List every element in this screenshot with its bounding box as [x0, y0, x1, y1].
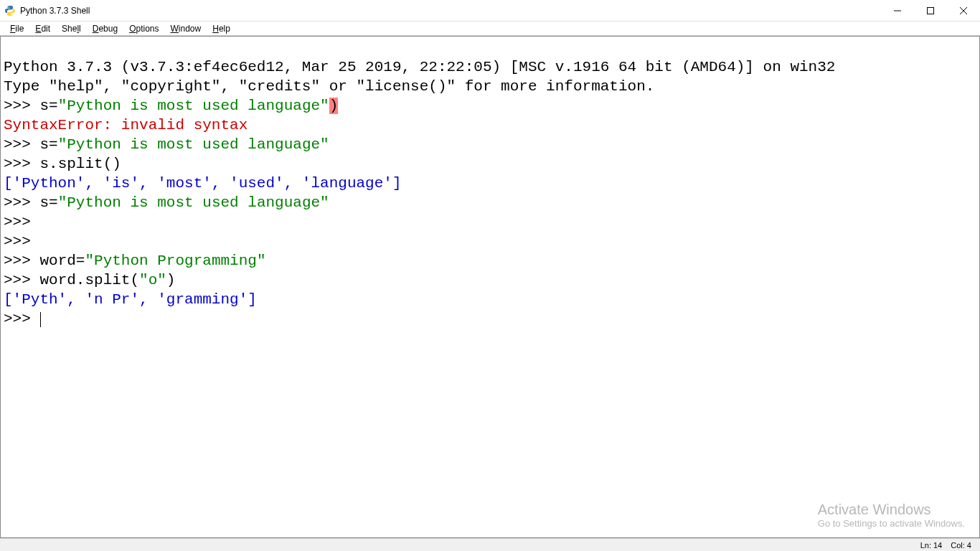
code-op: =: [76, 253, 85, 269]
svg-rect-1: [928, 7, 934, 14]
python-icon: [4, 5, 16, 17]
code-var: s: [39, 98, 49, 114]
code-op: =: [49, 194, 58, 211]
output: ['Python', 'is', 'most', 'used', 'langua…: [4, 175, 402, 192]
prompt: >>>: [4, 233, 39, 250]
prompt: >>>: [4, 194, 39, 211]
code-string: "Python is most used language": [58, 98, 329, 114]
code-string: "Python is most used language": [58, 194, 329, 211]
code-var: word: [39, 253, 75, 269]
status-line: Ln: 14: [916, 541, 947, 550]
code-string: "Python Programming": [85, 253, 265, 269]
maximize-button[interactable]: [914, 0, 947, 21]
menubar: File Edit Shell Debug Options Window Hel…: [0, 22, 980, 36]
window-title: Python 3.7.3 Shell: [20, 6, 881, 16]
status-col: Col: 4: [946, 541, 976, 550]
titlebar: Python 3.7.3 Shell: [0, 0, 980, 22]
menu-edit[interactable]: Edit: [29, 22, 56, 35]
code-string: "o": [139, 272, 166, 288]
prompt: >>>: [4, 214, 39, 230]
prompt: >>>: [4, 272, 39, 288]
prompt: >>>: [4, 136, 39, 153]
prompt: >>>: [4, 156, 39, 172]
prompt: >>>: [4, 98, 39, 114]
code-call: ): [166, 272, 176, 288]
statusbar: Ln: 14 Col: 4: [0, 538, 980, 551]
watermark-subtitle: Go to Settings to activate Windows.: [818, 518, 965, 529]
menu-file[interactable]: File: [4, 22, 29, 35]
shell-text[interactable]: Python 3.7.3 (v3.7.3:ef4ec6ed12, Mar 25 …: [1, 37, 979, 330]
syntax-error-highlight: ): [329, 98, 339, 114]
menu-window[interactable]: Window: [165, 22, 207, 35]
watermark-title: Activate Windows: [818, 501, 965, 518]
menu-debug[interactable]: Debug: [87, 22, 123, 35]
close-button[interactable]: [947, 0, 980, 21]
prompt: >>>: [4, 253, 39, 269]
code-var: s: [39, 136, 49, 153]
menu-help[interactable]: Help: [207, 22, 236, 35]
windows-activation-watermark: Activate Windows Go to Settings to activ…: [818, 501, 965, 529]
banner-line: Type "help", "copyright", "credits" or "…: [4, 78, 654, 95]
code-var: s: [39, 194, 49, 211]
text-cursor: [40, 312, 41, 327]
code-string: "Python is most used language": [58, 136, 329, 153]
prompt: >>>: [4, 311, 39, 327]
code-call: word.split(: [39, 272, 139, 288]
code-op: =: [49, 98, 58, 114]
window-controls: [881, 0, 980, 21]
minimize-button[interactable]: [881, 0, 914, 21]
code-call: s.split(): [39, 156, 121, 172]
error-output: SyntaxError: invalid syntax: [4, 117, 248, 133]
banner-line: Python 3.7.3 (v3.7.3:ef4ec6ed12, Mar 25 …: [4, 59, 835, 75]
editor-area[interactable]: Python 3.7.3 (v3.7.3:ef4ec6ed12, Mar 25 …: [0, 36, 980, 538]
code-op: =: [49, 136, 58, 153]
menu-options[interactable]: Options: [123, 22, 164, 35]
menu-shell[interactable]: Shell: [56, 22, 87, 35]
output: ['Pyth', 'n Pr', 'gramming']: [4, 291, 257, 308]
